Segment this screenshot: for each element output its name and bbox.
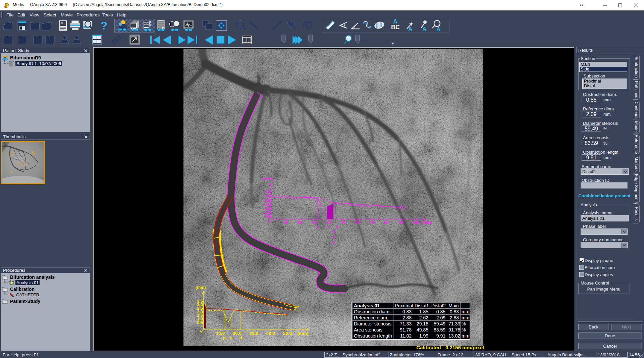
svg-text:C: C (10, 151, 14, 157)
svg-text:0.5: 0.5 (197, 320, 203, 325)
svg-text:p: p (317, 224, 319, 229)
svg-text:40.0: 40.0 (266, 331, 275, 336)
svg-text:1-1: 1-1 (18, 161, 26, 167)
svg-text:40: 40 (326, 220, 331, 225)
svg-text:A: A (422, 26, 426, 32)
svg-text:50.0: 50.0 (283, 331, 292, 336)
svg-text:d: d (332, 229, 335, 234)
svg-text:*: * (10, 170, 13, 176)
svg-text:0.5: 0.5 (265, 214, 270, 219)
svg-text:(mm): (mm) (298, 331, 309, 336)
svg-text:100: 100 (413, 220, 420, 225)
svg-text:p: p (223, 335, 225, 340)
svg-text:o: o (332, 235, 335, 239)
svg-text:3.0: 3.0 (265, 194, 270, 198)
svg-text:30.0: 30.0 (250, 331, 258, 336)
svg-text:o: o (326, 224, 329, 229)
svg-text:20: 20 (298, 220, 302, 225)
svg-text:A: A (408, 26, 412, 32)
svg-text:d: d (239, 335, 242, 340)
svg-text:10: 10 (283, 220, 288, 225)
svg-text:o: o (230, 335, 232, 340)
svg-text:A: A (31, 150, 35, 156)
svg-text:(mm): (mm) (263, 176, 273, 181)
svg-text:d: d (335, 224, 338, 229)
svg-text:80: 80 (384, 220, 389, 225)
svg-text:60: 60 (355, 220, 360, 225)
svg-text:30: 30 (312, 220, 317, 225)
svg-text:A: A (436, 26, 440, 32)
svg-text:p: p (332, 240, 335, 245)
svg-text:(mm): (mm) (196, 285, 206, 290)
svg-text:70: 70 (370, 220, 374, 225)
svg-text:50: 50 (341, 220, 345, 225)
svg-text:90: 90 (398, 220, 403, 225)
svg-text:(mm): (mm) (422, 220, 432, 225)
